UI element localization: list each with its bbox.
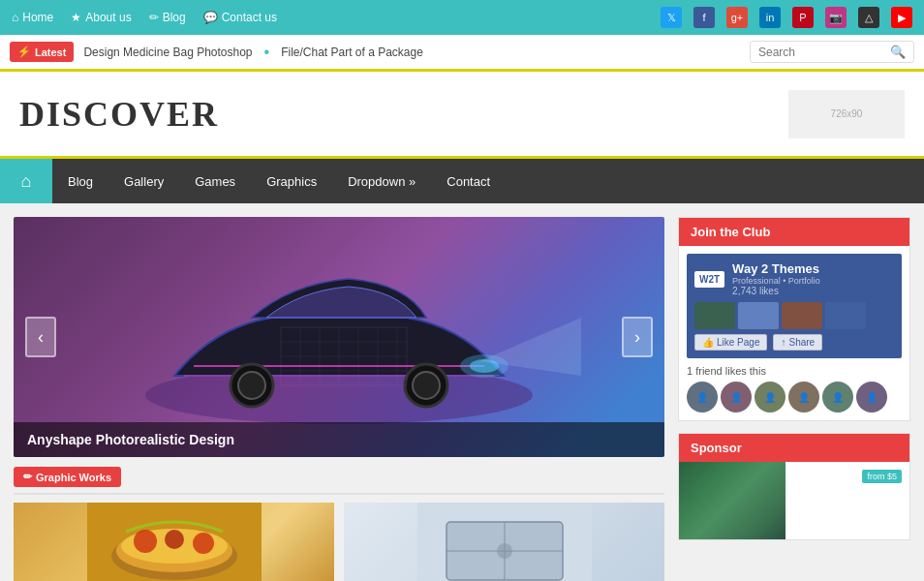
friend-avatar-1: 👤 bbox=[687, 382, 718, 413]
svg-point-6 bbox=[413, 372, 440, 399]
home-nav-icon: ⌂ bbox=[21, 171, 32, 192]
fb-actions: 👍 Like Page ↑ Share bbox=[694, 334, 894, 351]
friend-avatar-3: 👤 bbox=[755, 382, 785, 413]
facebook-icon[interactable]: f bbox=[693, 7, 715, 28]
svg-point-21 bbox=[134, 530, 157, 553]
svg-point-22 bbox=[165, 530, 184, 549]
themeforest-logo: themeforest bbox=[779, 512, 902, 530]
fb-thumb-1 bbox=[694, 302, 735, 329]
nav-contact[interactable]: 💬 Contact us bbox=[203, 11, 277, 24]
svg-point-28 bbox=[497, 543, 512, 559]
fb-page-info: Way 2 Themes Professional • Portfolio 2,… bbox=[732, 261, 820, 296]
youtube-icon[interactable]: ▶ bbox=[891, 7, 912, 28]
article-thumb-1 bbox=[14, 503, 334, 581]
sponsor-widget-body[interactable]: from $5 themeforest bbox=[679, 462, 909, 539]
friend-avatar-6: 👤 bbox=[856, 382, 887, 413]
nav-dropdown[interactable]: Dropdown » bbox=[332, 159, 431, 203]
ticker-item-1: Design Medicine Bag Photoshop bbox=[83, 46, 252, 59]
section-header: ✏ Graphic Works bbox=[14, 467, 664, 495]
nav-graphics[interactable]: Graphics bbox=[251, 159, 332, 203]
nav-home-btn[interactable]: ⌂ bbox=[0, 159, 52, 203]
article-card-2: File/Chat Part of a Package bbox=[344, 503, 664, 581]
speech-icon: 💬 bbox=[203, 11, 218, 24]
sponsor-bg bbox=[679, 462, 785, 539]
top-bar: ⌂ Home ★ About us ✏ Blog 💬 Contact us 𝕏 … bbox=[0, 0, 924, 35]
instagram-icon[interactable]: 📷 bbox=[825, 7, 847, 28]
nav-blog[interactable]: ✏ Blog bbox=[149, 11, 186, 24]
friend-avatar-4: 👤 bbox=[788, 382, 819, 413]
fb-page-name: Way 2 Themes bbox=[732, 261, 820, 276]
fb-share-btn[interactable]: ↑ Share bbox=[773, 334, 822, 351]
food-image bbox=[14, 503, 334, 581]
article-card-1: thefxtragedesketshcollege.com bbox=[14, 503, 334, 581]
lightning-icon: ⚡ bbox=[17, 46, 31, 58]
carousel-background bbox=[14, 217, 664, 457]
fb-like-btn[interactable]: 👍 Like Page bbox=[694, 334, 767, 351]
carousel-car-image bbox=[97, 240, 581, 434]
search-input[interactable] bbox=[758, 46, 884, 59]
join-widget-body: W2T Way 2 Themes Professional • Portfoli… bbox=[679, 246, 909, 420]
svg-point-4 bbox=[238, 372, 265, 399]
nav-home[interactable]: ⌂ Home bbox=[12, 11, 53, 24]
nav-blog[interactable]: Blog bbox=[52, 159, 108, 203]
banner-ad: 726x90 bbox=[788, 90, 905, 138]
article-cards: thefxtragedesketshcollege.com bbox=[14, 503, 664, 581]
latest-badge: ⚡ Latest bbox=[10, 42, 74, 62]
nav-about[interactable]: ★ About us bbox=[71, 11, 131, 24]
join-widget-title: Join the Club bbox=[679, 218, 909, 246]
friend-avatars: 👤 👤 👤 👤 👤 👤 bbox=[687, 382, 902, 413]
top-bar-nav: ⌂ Home ★ About us ✏ Blog 💬 Contact us bbox=[12, 11, 277, 24]
linkedin-icon[interactable]: in bbox=[759, 7, 781, 28]
ticker-dot: • bbox=[264, 44, 270, 61]
ticker-items: Design Medicine Bag Photoshop • File/Cha… bbox=[83, 44, 740, 61]
friend-avatar-5: 👤 bbox=[822, 382, 853, 413]
fb-widget: W2T Way 2 Themes Professional • Portfoli… bbox=[687, 254, 902, 358]
svg-point-23 bbox=[193, 533, 214, 554]
carousel: ‹ › Anyshape Photorealistic Design bbox=[14, 217, 664, 457]
section-badge: ✏ Graphic Works bbox=[14, 467, 121, 487]
google-plus-icon[interactable]: g+ bbox=[726, 7, 748, 28]
join-widget: Join the Club W2T Way 2 Themes Professio… bbox=[678, 217, 910, 421]
sponsor-badge: from $5 bbox=[862, 470, 902, 483]
friend-likes-text: 1 friend likes this bbox=[687, 365, 902, 377]
fb-thumb-4 bbox=[825, 302, 866, 329]
carousel-next-btn[interactable]: › bbox=[622, 317, 653, 357]
twitter-icon[interactable]: 𝕏 bbox=[661, 7, 682, 28]
food-svg bbox=[87, 503, 262, 581]
thumbs-up-icon: 👍 bbox=[702, 337, 714, 348]
nav-games[interactable]: Games bbox=[179, 159, 251, 203]
fb-widget-header: W2T Way 2 Themes Professional • Portfoli… bbox=[694, 261, 894, 296]
carousel-prev-btn[interactable]: ‹ bbox=[25, 317, 56, 357]
home-icon: ⌂ bbox=[12, 11, 18, 24]
pencil-icon: ✏ bbox=[149, 11, 159, 24]
codepen-icon[interactable]: △ bbox=[858, 7, 879, 28]
ticker-bar: ⚡ Latest Design Medicine Bag Photoshop •… bbox=[0, 35, 924, 72]
sponsor-widget: Sponsor from $5 themeforest bbox=[678, 433, 910, 540]
site-logo: DISCOVER bbox=[19, 94, 219, 135]
carousel-caption: Anyshape Photorealistic Design bbox=[14, 422, 664, 457]
main-content: ‹ › Anyshape Photorealistic Design ✏ Gra… bbox=[14, 217, 664, 581]
nav-gallery[interactable]: Gallery bbox=[108, 159, 179, 203]
fb-thumbnails bbox=[694, 302, 894, 329]
package-svg bbox=[417, 503, 592, 581]
nav-contact[interactable]: Contact bbox=[431, 159, 506, 203]
fb-thumb-2 bbox=[738, 302, 779, 329]
friend-avatar-2: 👤 bbox=[721, 382, 752, 413]
fb-tagline: Professional • Portfolio bbox=[732, 276, 820, 286]
search-icon: 🔍 bbox=[890, 45, 906, 59]
pinterest-icon[interactable]: P bbox=[792, 7, 814, 28]
fb-thumb-3 bbox=[782, 302, 822, 329]
sponsor-widget-title: Sponsor bbox=[679, 434, 909, 462]
article-thumb-2 bbox=[344, 503, 664, 581]
sidebar: Join the Club W2T Way 2 Themes Professio… bbox=[678, 217, 910, 581]
site-header: DISCOVER 726x90 bbox=[0, 72, 924, 159]
ticker-item-2: File/Chat Part of a Package bbox=[281, 46, 423, 59]
main-nav: ⌂ Blog Gallery Games Graphics Dropdown »… bbox=[0, 159, 924, 203]
fb-likes: 2,743 likes bbox=[732, 286, 820, 296]
share-icon: ↑ bbox=[781, 337, 785, 348]
main-container: ‹ › Anyshape Photorealistic Design ✏ Gra… bbox=[0, 203, 924, 581]
ticker-search[interactable]: 🔍 bbox=[750, 41, 914, 63]
section-icon: ✏ bbox=[23, 471, 32, 483]
social-icons-bar: 𝕏 f g+ in P 📷 △ ▶ bbox=[661, 7, 912, 28]
star-icon: ★ bbox=[71, 11, 81, 24]
